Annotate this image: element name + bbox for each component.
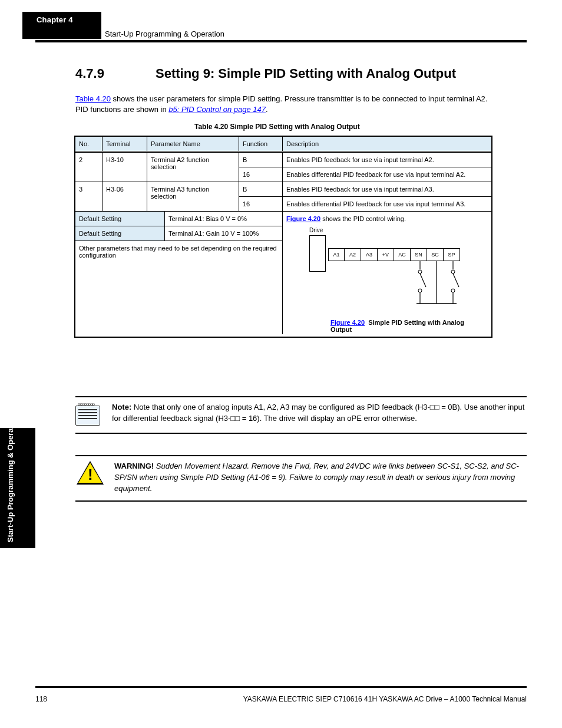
note-text: Note: Note that only one of analog input… <box>112 402 527 424</box>
wiring-diagram: Drive A1 A2 A3 +V AC SN SC SP <box>299 227 475 333</box>
warning-text: WARNING! Sudden Movement Hazard. Remove … <box>114 461 527 495</box>
warning-block: ! WARNING! Sudden Movement Hazard. Remov… <box>75 455 527 502</box>
note-rule-bottom <box>75 433 527 434</box>
default-label: Default Setting <box>75 212 165 226</box>
td-desc-b: Enables differential PID feedback for us… <box>283 197 491 211</box>
intro-line2-pre: PID functions are shown in <box>75 105 168 114</box>
default-label2: Default Setting <box>75 226 165 241</box>
note-rule-top <box>75 396 527 397</box>
intro-link[interactable]: b5: PID Control on page 147 <box>168 105 266 114</box>
svg-point-1 <box>418 270 422 274</box>
note-body: Note that only one of analog inputs A1, … <box>112 403 524 423</box>
td-func-a: B <box>239 153 282 167</box>
intro-line2-post: . <box>266 105 268 114</box>
default-value: Terminal A1: Bias 0 V = 0% <box>165 212 283 226</box>
top-rule <box>35 40 527 42</box>
note-block: oooooooo Note: Note that only one of ana… <box>75 396 527 434</box>
td-desc-b: Enables differential PID feedback for us… <box>283 167 491 182</box>
default-value2: Terminal A1: Gain 10 V = 100% <box>165 226 283 241</box>
warning-body: Sudden Movement Hazard. Remove the Fwd, … <box>114 462 519 493</box>
footer-rule <box>35 686 527 688</box>
wiring-svg <box>299 227 475 333</box>
th-terminal: Terminal <box>103 137 147 151</box>
intro-line1: Table 4.20 shows the user parameters for… <box>75 94 487 103</box>
td-terminal: H3-10 <box>103 153 147 182</box>
td-no: 2 <box>75 153 103 182</box>
td-no: 3 <box>75 182 103 211</box>
section-title: Setting 9: Simple PID Setting with Analo… <box>156 66 456 81</box>
td-name: Terminal A2 function selection <box>147 153 239 182</box>
intro-line2: PID functions are shown in b5: PID Contr… <box>75 105 268 114</box>
chapter-label: Chapter 4 <box>37 15 101 24</box>
table-row: 2 H3-10 Terminal A2 function selection B… <box>75 151 491 182</box>
wiring-figure-num[interactable]: Figure 4.20 <box>330 319 365 326</box>
svg-point-9 <box>451 289 455 292</box>
th-no: No. <box>75 137 103 151</box>
table-defaults: Default Setting Terminal A1: Bias 0 V = … <box>75 211 491 337</box>
warning-label: WARNING! <box>114 462 154 470</box>
side-tab <box>0 428 35 548</box>
footer-doc: YASKAWA ELECTRIC SIEP C710616 41H YASKAW… <box>243 695 527 703</box>
svg-point-3 <box>418 289 422 292</box>
td-name: Terminal A3 function selection <box>147 182 239 211</box>
chapter-title: Start-Up Programming & Operation <box>105 29 224 38</box>
warning-icon: ! <box>77 461 104 485</box>
figure-rest: shows the PID control wiring. <box>322 215 406 222</box>
td-terminal: H3-06 <box>103 182 147 211</box>
wiring-figure-caption: Figure 4.20 Simple PID Setting with Anal… <box>330 319 475 333</box>
svg-line-2 <box>420 274 426 287</box>
svg-point-7 <box>451 270 455 274</box>
table-caption: Table 4.20 Simple PID Setting with Analo… <box>194 123 360 131</box>
svg-line-8 <box>453 274 459 287</box>
th-desc: Description <box>283 137 491 151</box>
table-header-row: No. Terminal Parameter Name Function Des… <box>75 137 491 151</box>
th-name: Parameter Name <box>147 137 239 151</box>
note-icon: oooooooo <box>75 402 103 427</box>
th-func: Function <box>239 137 283 151</box>
side-tab-text: Start-Up Programming & Operation <box>6 414 15 542</box>
note-label: Note: <box>112 403 131 411</box>
section-number: 4.7.9 <box>75 66 104 81</box>
page-number: 118 <box>35 695 47 703</box>
warning-rule-bottom <box>75 500 527 502</box>
td-func-b: 16 <box>239 167 282 182</box>
td-func-a: B <box>239 182 282 197</box>
wiring-ref-cell: Figure 4.20 shows the PID control wiring… <box>283 212 491 337</box>
td-func-b: 16 <box>239 197 282 211</box>
td-desc-a: Enables PID feedback for use via input t… <box>283 153 491 167</box>
table-row: 3 H3-06 Terminal A3 function selection B… <box>75 182 491 211</box>
param-table: No. Terminal Parameter Name Function Des… <box>74 136 492 338</box>
intro-line1-rest: shows the user parameters for simple PID… <box>111 94 487 103</box>
wiring-comment: Other parameters that may need to be set… <box>75 241 283 334</box>
figure-link[interactable]: Figure 4.20 <box>286 215 320 222</box>
td-desc-a: Enables PID feedback for use via input t… <box>283 182 491 197</box>
warning-rule-top <box>75 455 527 456</box>
intro-table-ref[interactable]: Table 4.20 <box>75 94 111 103</box>
